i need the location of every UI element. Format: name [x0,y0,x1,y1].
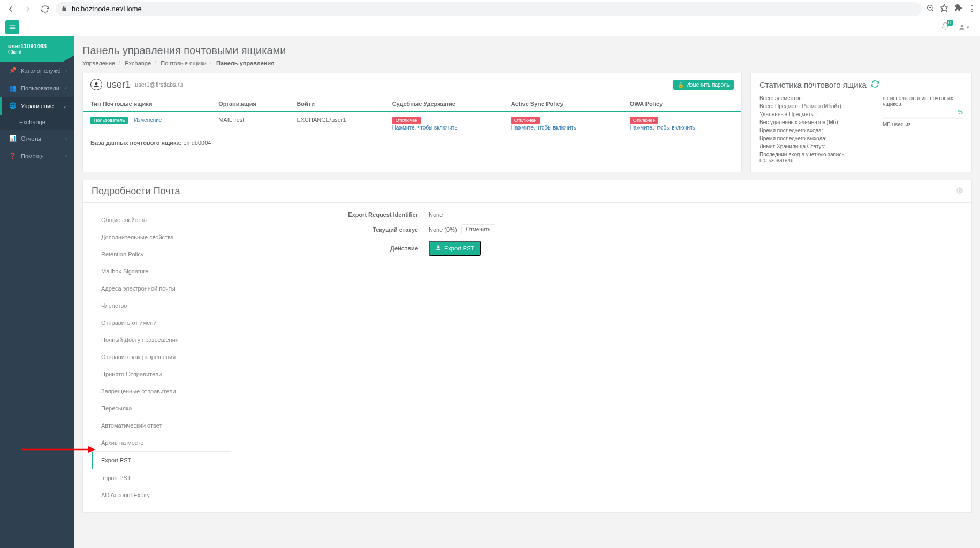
app-topbar: 0 ▾ [0,18,980,36]
details-panel: Подробности Почта Общие свойстваДополнит… [82,180,972,513]
main-content: Панель управления почтовыми ящиками Упра… [74,36,980,548]
sidebar-item-help[interactable]: ❓Помощь ‹ [0,147,74,165]
user-info-table: Тип Почтовые ящики Организация Войти Суд… [83,96,741,135]
mailbox-db-row: База данных почтового ящика: emdb0004 [83,135,741,150]
svg-marker-1 [940,4,947,11]
menu-toggle-button[interactable] [5,20,19,34]
owa-badge: Отключен [630,117,659,124]
user-avatar-icon [90,79,102,90]
cancel-button[interactable]: Отменить [461,224,496,234]
chevron-left-icon: ‹ [65,86,67,91]
details-tabs: Общие свойстваДополнительные свойстваRet… [92,211,231,504]
usage-progress [883,117,963,119]
extensions-icon[interactable] [954,4,962,14]
col-activesync: Active Sync Policy [504,96,622,112]
export-id-value: None [429,211,443,218]
sidebar-user-block: user11091463 Client [0,36,74,62]
page-title: Панель управления почтовыми ящиками [82,44,972,57]
breadcrumb-link[interactable]: Управление [82,60,115,66]
owa-enable-link[interactable]: Нажмите, чтобы включить [630,125,695,131]
pin-icon: 📌 [9,67,17,74]
notifications-button[interactable]: 0 [941,22,949,32]
reload-button[interactable] [39,3,51,16]
user-menu[interactable]: ▾ [958,24,969,31]
stats-labels: Всего элементов: Всего Предметы Размер (… [759,95,872,165]
svg-point-4 [959,190,961,192]
sidebar: user11091463 Client 📌Каталог служб ‹ 👥По… [0,36,74,548]
action-label: Действие [247,245,429,252]
login-cell: EXCHANGE\user1 [289,112,384,135]
user-panel: user1 user1@firstlabs.ru 🔒 Изменить паро… [82,73,742,172]
url-text: hc.hoztnode.net/Home [72,5,142,13]
breadcrumb-link[interactable]: Exchange [125,60,151,66]
lock-icon: 🔒 [678,82,684,88]
tab-пересылка[interactable]: Пересылка [92,400,231,417]
caret-down-icon: ▾ [967,25,969,30]
breadcrumb-link[interactable]: Почтовые ящики [161,60,207,66]
chevron-left-icon: ‹ [65,154,67,159]
tab-адреса-электронной-почты[interactable]: Адреса электронной почты [92,280,231,297]
tab-retention-policy[interactable]: Retention Policy [92,246,231,263]
sidebar-item-reports[interactable]: 📊Отчеты ‹ [0,130,74,147]
chrome-menu-icon[interactable]: ⋮ [968,4,976,14]
sidebar-username: user11091463 [8,43,66,49]
back-button[interactable] [4,3,17,16]
export-id-label: Export Request Identifier [247,211,429,218]
svg-point-3 [95,82,98,85]
notification-badge: 0 [947,20,953,26]
status-value: None (0%) [429,226,457,233]
sidebar-item-catalog[interactable]: 📌Каталог служб ‹ [0,62,74,79]
export-icon [435,245,442,252]
refresh-icon[interactable] [871,80,879,90]
users-icon: 👥 [9,85,17,92]
activesync-enable-link[interactable]: Нажмите, чтобы включить [511,125,576,131]
tab-import-pst[interactable]: Import PST [92,469,231,486]
breadcrumb-current: Панель управления [216,60,275,66]
type-badge: Пользователь [90,117,128,124]
tab-общие-свойства[interactable]: Общие свойства [92,211,231,229]
chevron-left-icon: ‹ [65,136,67,141]
tab-отправить-как-разрешения[interactable]: Отправить как разрешения [92,348,231,366]
type-change-link[interactable]: Изменение [134,117,162,123]
tab-автоматический-ответ[interactable]: Автоматический ответ [92,417,231,434]
tab-mailbox-signature[interactable]: Mailbox Signature [92,263,231,280]
chart-icon: 📊 [9,135,17,142]
tab-полный-доступ-разрешения[interactable]: Полный Доступ разрешения [92,331,231,348]
zoom-icon[interactable] [926,4,935,14]
export-pst-button[interactable]: Export PST [429,241,481,256]
status-label: Текущий статус [247,226,429,233]
tab-отправить-от-имени[interactable]: Отправить от имени [92,314,231,331]
change-password-button[interactable]: 🔒 Изменить пароль [673,80,734,90]
forward-button[interactable] [21,3,34,16]
col-owa: OWA Policy [622,96,741,112]
sidebar-item-management[interactable]: 🌐Управление ⌄ [0,97,74,115]
globe-icon: 🌐 [9,102,17,109]
svg-point-2 [961,25,963,27]
tab-членство[interactable]: Членство [92,297,231,314]
user-name: user1 [107,79,131,90]
chevron-down-icon: ⌄ [63,103,67,109]
sidebar-item-users[interactable]: 👥Пользователи ‹ [0,79,74,97]
details-content: Export Request Identifier None Текущий с… [231,211,963,504]
details-title: Подробности Почта [92,186,180,197]
tab-export-pst[interactable]: Export PST [92,451,231,469]
tab-принято-отправители[interactable]: Принято Отправители [92,366,231,383]
litigation-enable-link[interactable]: Нажмите, чтобы включить [392,125,458,131]
sidebar-role: Client [8,49,66,55]
col-litigation: Судебные Удержание [385,96,504,112]
stats-usage: по использованию почтовых ящиков % MB us… [883,95,963,165]
help-icon: ❓ [9,153,17,159]
litigation-badge: Отключен [392,117,421,124]
star-icon[interactable] [940,4,948,14]
user-email: user1@firstlabs.ru [135,81,183,88]
col-login: Войти [289,96,384,112]
tab-запрещенные-отправители[interactable]: Запрещенные отправители [92,383,231,400]
tab-архив-на-месте[interactable]: Архив на месте [92,434,231,451]
breadcrumb: Управление/ Exchange/ Почтовые ящики/ Па… [82,60,972,66]
table-row: Пользователь Изменение MAIL Test EXCHANG… [83,112,741,135]
tab-дополнительные-свойства[interactable]: Дополнительные свойства [92,229,231,246]
sidebar-subitem-exchange[interactable]: Exchange [0,115,74,130]
tab-ad-account-expiry[interactable]: AD Account Expiry [92,486,231,504]
gear-icon[interactable] [956,187,963,195]
address-bar[interactable]: hc.hoztnode.net/Home [56,2,922,16]
